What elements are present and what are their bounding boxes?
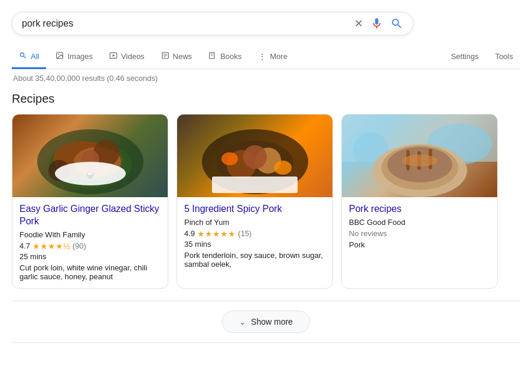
show-more-label: Show more — [251, 317, 293, 326]
recipe-title-1[interactable]: Easy Garlic Ginger Glazed Sticky Pork — [19, 203, 161, 228]
search-bar-container: ✕ — [12, 12, 520, 35]
recipe-ingredients-1: Cut pork loin, white wine vinegar, chili… — [19, 263, 161, 281]
svg-rect-28 — [212, 177, 298, 193]
tab-all[interactable]: All — [12, 45, 46, 69]
tools-link[interactable]: Tools — [488, 46, 520, 68]
recipe-image-1: 🍚 — [12, 115, 168, 197]
tab-news[interactable]: News — [154, 45, 200, 69]
recipe-card-3-body: Pork recipes BBC Good Food No reviews Po… — [342, 197, 497, 256]
rating-count-1: (90) — [73, 241, 86, 250]
tab-videos[interactable]: Videos — [102, 45, 152, 69]
chevron-down-icon: ⌄ — [239, 317, 246, 326]
svg-rect-8 — [210, 53, 214, 59]
recipe-title-2[interactable]: 5 Ingredient Spicy Pork — [184, 203, 325, 215]
nav-tabs: All Images Videos News Books — [12, 45, 520, 69]
recipe-source-1: Foodie With Family — [19, 230, 161, 239]
recipe-card-1-body: Easy Garlic Ginger Glazed Sticky Pork Fo… — [12, 197, 168, 288]
news-icon — [161, 51, 169, 61]
tab-more[interactable]: ⋮ More — [251, 46, 295, 69]
show-more-button[interactable]: ⌄ Show more — [222, 311, 310, 333]
results-info: About 35,40,00,000 results (0.46 seconds… — [13, 74, 520, 83]
recipe-title-3[interactable]: Pork recipes — [349, 203, 490, 215]
tab-news-label: News — [173, 52, 192, 61]
search-input[interactable] — [22, 18, 350, 29]
bottom-divider — [12, 342, 520, 343]
search-icon — [390, 17, 403, 30]
tab-images-label: Images — [67, 52, 93, 61]
stars-1: ★★★★½ — [32, 241, 70, 251]
recipe-category-3: Pork — [349, 240, 490, 249]
recipe-image-2 — [177, 115, 332, 197]
recipe-no-reviews-3: No reviews — [349, 229, 490, 238]
tab-all-label: All — [31, 52, 39, 61]
stars-2: ★★★★★ — [197, 229, 236, 239]
tab-images[interactable]: Images — [48, 45, 100, 69]
recipe-source-2: Pinch of Yum — [184, 218, 325, 227]
books-icon — [208, 51, 217, 61]
top-divider — [12, 300, 520, 301]
tools-label: Tools — [495, 52, 513, 61]
more-icon: ⋮ — [258, 52, 266, 61]
recipes-section: Recipes 🍚 — [12, 92, 520, 289]
recipe-card-2: 5 Ingredient Spicy Pork Pinch of Yum 4.9… — [177, 114, 333, 289]
svg-point-27 — [221, 152, 238, 165]
tab-videos-label: Videos — [121, 52, 145, 61]
clear-button[interactable]: ✕ — [354, 17, 363, 30]
rating-num-1: 4.7 — [19, 241, 30, 250]
show-more-container: ⌄ Show more — [12, 311, 520, 333]
svg-point-26 — [274, 161, 292, 175]
recipe-card-2-body: 5 Ingredient Spicy Pork Pinch of Yum 4.9… — [177, 197, 332, 276]
recipe-image-3 — [342, 115, 497, 197]
mic-icon — [370, 17, 383, 30]
search-button[interactable] — [390, 17, 403, 30]
recipe-rating-1: 4.7 ★★★★½ (90) — [19, 241, 161, 251]
settings-label: Settings — [451, 52, 479, 61]
recipe-card-1: 🍚 Easy Garlic Ginger Glazed Sticky Pork … — [12, 114, 168, 289]
search-bar: ✕ — [12, 12, 413, 35]
videos-icon — [109, 51, 118, 61]
svg-marker-3 — [113, 54, 115, 57]
recipe-ingredients-2: Pork tenderloin, soy sauce, brown sugar,… — [184, 251, 325, 269]
all-icon — [19, 51, 27, 61]
svg-text:🍚: 🍚 — [86, 171, 94, 179]
recipe-card-3: Pork recipes BBC Good Food No reviews Po… — [341, 114, 498, 289]
tab-books-label: Books — [220, 52, 241, 61]
rating-count-2: (15) — [238, 229, 252, 238]
recipe-source-3: BBC Good Food — [349, 218, 490, 227]
tab-books[interactable]: Books — [201, 45, 249, 69]
rating-num-2: 4.9 — [184, 229, 195, 238]
tab-more-label: More — [270, 52, 288, 61]
svg-point-25 — [243, 145, 267, 169]
recipes-title: Recipes — [12, 92, 520, 106]
clear-icon: ✕ — [354, 17, 363, 30]
search-icons: ✕ — [354, 17, 403, 30]
recipe-time-1: 25 mins — [19, 252, 161, 261]
recipe-rating-2: 4.9 ★★★★★ (15) — [184, 229, 325, 239]
voice-search-button[interactable] — [370, 17, 383, 30]
settings-link[interactable]: Settings — [444, 46, 486, 68]
svg-point-38 — [402, 155, 438, 166]
svg-point-1 — [58, 54, 60, 55]
images-icon — [56, 51, 64, 61]
nav-right: Settings Tools — [444, 45, 520, 68]
recipe-time-2: 35 mins — [184, 240, 325, 249]
recipe-cards: 🍚 Easy Garlic Ginger Glazed Sticky Pork … — [12, 114, 520, 289]
